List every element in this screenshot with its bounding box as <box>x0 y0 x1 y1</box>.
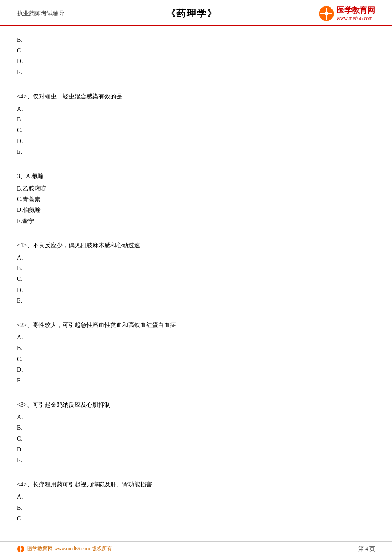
question-2-text: <2>、毒性较大，可引起急性溶血性贫血和高铁血红蛋白血症 <box>17 320 375 330</box>
q2-option-c: C. <box>17 354 375 364</box>
question-1-text: <1>、不良反应少，偶见四肢麻木感和心动过速 <box>17 240 375 251</box>
q4b-option-c: C. <box>17 513 375 524</box>
question-3-text: <3>、可引起金鸡纳反应及心肌抑制 <box>17 399 375 410</box>
q4b-option-a: A. <box>17 491 375 502</box>
header-right: 医学教育网 www.med66.com <box>319 5 375 22</box>
q1-option-d: D. <box>17 285 375 295</box>
footer-left-text: 医学教育网 www.med66.com 版权所有 <box>27 545 112 552</box>
footer-right-text: 第 4 页 <box>358 545 375 553</box>
footer: 医学教育网 www.med66.com 版权所有 第 4 页 <box>0 541 392 555</box>
q2-option-d: D. <box>17 364 375 375</box>
option-e-initial: E. <box>17 67 375 78</box>
q1-option-b: B. <box>17 263 375 274</box>
section-3-item-b: B.乙胺嘧啶 <box>17 183 375 194</box>
option-c-initial: C. <box>17 45 375 56</box>
footer-left: 医学教育网 www.med66.com 版权所有 <box>17 545 112 553</box>
question-2-block: <2>、毒性较大，可引起急性溶血性贫血和高铁血红蛋白血症 A. B. C. D.… <box>17 320 375 386</box>
q1-option-c: C. <box>17 274 375 284</box>
question-4b-text: <4>、长疗程用药可引起视力障碍及肝、肾功能损害 <box>17 479 375 490</box>
svg-point-3 <box>325 12 328 15</box>
q4b-option-b: B. <box>17 503 375 513</box>
q2-option-a: A. <box>17 332 375 343</box>
q3-option-b: B. <box>17 422 375 433</box>
q3-option-a: A. <box>17 412 375 422</box>
logo-icon <box>319 6 334 21</box>
header-left-text: 执业药师考试辅导 <box>17 10 65 17</box>
q1-option-a: A. <box>17 252 375 263</box>
question-1-block: <1>、不良反应少，偶见四肢麻木感和心动过速 A. B. C. D. E. <box>17 240 375 306</box>
section-3-title: 3、A.氯喹 <box>17 171 375 182</box>
q3-option-e: E. <box>17 455 375 465</box>
question-4-first-text: <4>、仅对蛔虫、蛲虫混合感染有效的是 <box>17 91 375 102</box>
q2-option-e: E. <box>17 375 375 386</box>
section-3-block: 3、A.氯喹 B.乙胺嘧啶 C.青蒿素 D.伯氨喹 E.奎宁 <box>17 171 375 226</box>
q3-option-c: C. <box>17 434 375 444</box>
footer-logo-icon <box>17 545 25 553</box>
page-container: 执业药师考试辅导 《药理学》 医学教育网 www.med66.com B. C <box>0 0 392 555</box>
logo-text: 医学教育网 www.med66.com <box>337 5 375 22</box>
section-3-item-d: D.伯氨喹 <box>17 205 375 215</box>
section-3-item-e: E.奎宁 <box>17 216 375 226</box>
q4f-option-e: E. <box>17 147 375 157</box>
q3-option-d: D. <box>17 444 375 455</box>
header-center-text: 《药理学》 <box>166 7 217 20</box>
header: 执业药师考试辅导 《药理学》 医学教育网 www.med66.com <box>0 0 392 26</box>
section-3-item-c: C.青蒿素 <box>17 194 375 205</box>
q2-option-b: B. <box>17 343 375 353</box>
logo-container: 医学教育网 www.med66.com <box>319 5 375 22</box>
question-4b-block: <4>、长疗程用药可引起视力障碍及肝、肾功能损害 A. B. C. <box>17 479 375 524</box>
svg-point-7 <box>20 548 22 550</box>
option-d-initial: D. <box>17 56 375 66</box>
logo-url: www.med66.com <box>337 15 373 22</box>
q4f-option-c: C. <box>17 125 375 136</box>
q4f-option-b: B. <box>17 114 375 125</box>
main-content: B. C. D. E. <4>、仅对蛔虫、蛲虫混合感染有效的是 A. B. C.… <box>0 26 392 555</box>
question-4-first-block: <4>、仅对蛔虫、蛲虫混合感染有效的是 A. B. C. D. E. <box>17 91 375 157</box>
q1-option-e: E. <box>17 295 375 306</box>
question-3-block: <3>、可引起金鸡纳反应及心肌抑制 A. B. C. D. E. <box>17 399 375 465</box>
option-b-initial: B. <box>17 35 375 45</box>
q4f-option-a: A. <box>17 104 375 114</box>
logo-title: 医学教育网 <box>337 5 375 15</box>
q4f-option-d: D. <box>17 136 375 147</box>
initial-options-block: B. C. D. E. <box>17 35 375 78</box>
